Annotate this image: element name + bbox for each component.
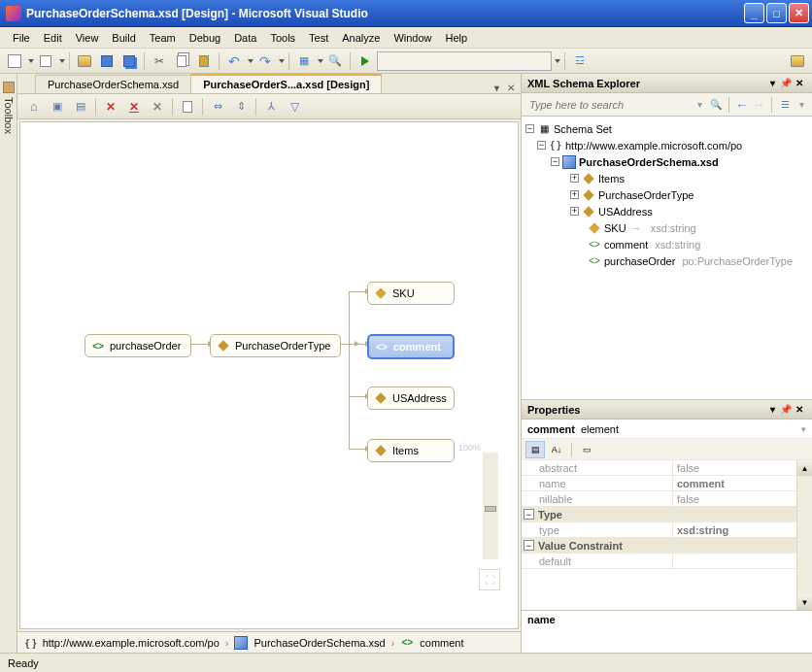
node-sku[interactable]: SKU bbox=[367, 282, 455, 305]
tree-row-usaddress[interactable]: + USAddress bbox=[524, 203, 810, 219]
menu-debug[interactable]: Debug bbox=[183, 30, 227, 46]
prop-row[interactable]: name comment bbox=[522, 476, 812, 491]
search-dropdown-icon[interactable]: ▾ bbox=[693, 98, 706, 112]
tree-row-file[interactable]: − PurchaseOrderSchema.xsd bbox=[524, 153, 810, 170]
close-button[interactable]: ✕ bbox=[789, 3, 809, 23]
breadcrumb-file[interactable]: PurchaseOrderSchema.xsd bbox=[254, 637, 385, 649]
menu-build[interactable]: Build bbox=[105, 30, 142, 46]
menu-edit[interactable]: Edit bbox=[37, 30, 69, 46]
breadcrumb-element[interactable]: comment bbox=[420, 637, 463, 649]
tab-xsd-source[interactable]: PurchaseOrderSchema.xsd bbox=[35, 75, 191, 93]
node-usaddress[interactable]: USAddress bbox=[367, 386, 455, 410]
copy-button[interactable] bbox=[171, 50, 192, 72]
redo-dropdown[interactable] bbox=[279, 59, 285, 63]
doc-button[interactable] bbox=[177, 96, 198, 118]
prop-row[interactable]: nillable false bbox=[522, 491, 812, 507]
remove-all-button[interactable]: ✕ bbox=[123, 96, 145, 118]
menu-data[interactable]: Data bbox=[227, 30, 263, 46]
prop-category-type[interactable]: −Type bbox=[522, 507, 812, 522]
menu-test[interactable]: Test bbox=[302, 30, 335, 46]
saveall-button[interactable] bbox=[118, 50, 140, 72]
prop-category-valueconstraint[interactable]: −Value Constraint bbox=[522, 538, 812, 554]
tree-row-root[interactable]: − ▦ Schema Set bbox=[524, 120, 810, 137]
pin-icon[interactable]: 📌 bbox=[779, 403, 793, 417]
zoom-slider[interactable] bbox=[483, 453, 498, 559]
expand-icon[interactable]: + bbox=[570, 207, 579, 216]
tree-row-items[interactable]: + Items bbox=[524, 170, 810, 186]
extra-button[interactable] bbox=[787, 50, 808, 72]
remove-button[interactable]: ✕ bbox=[100, 96, 121, 118]
pin-icon[interactable]: 📌 bbox=[779, 77, 793, 90]
solution-config-field[interactable] bbox=[377, 51, 552, 71]
tab-xsd-design[interactable]: PurchaseOrderS...a.xsd [Design] bbox=[190, 74, 382, 93]
start-button[interactable] bbox=[355, 50, 376, 72]
tab-close-icon[interactable]: ✕ bbox=[507, 83, 515, 93]
panel-close-icon[interactable]: ✕ bbox=[793, 77, 806, 90]
tree-row-namespace[interactable]: − { } http://www.example.microsoft.com/p… bbox=[524, 137, 810, 153]
panel-dropdown-icon[interactable]: ▾ bbox=[765, 77, 779, 90]
properties-selector[interactable]: comment element ▾ bbox=[522, 420, 812, 439]
panel-dropdown-icon[interactable]: ▾ bbox=[765, 403, 779, 417]
prop-pages-button[interactable]: ▭ bbox=[577, 441, 596, 458]
undo-button[interactable]: ↶ bbox=[223, 50, 245, 72]
schema-canvas[interactable]: <> purchaseOrder PurchaseOrderType SKU <… bbox=[19, 121, 519, 629]
node-purchaseorder[interactable]: <> purchaseOrder bbox=[85, 334, 191, 357]
new-project-dropdown[interactable] bbox=[28, 59, 34, 63]
redo-button[interactable]: ↷ bbox=[254, 50, 276, 72]
back-icon[interactable]: ← bbox=[735, 97, 749, 113]
alphabetical-button[interactable]: A↓ bbox=[547, 441, 566, 458]
menu-tools[interactable]: Tools bbox=[263, 30, 302, 46]
expand-icon[interactable]: + bbox=[570, 190, 579, 199]
menu-file[interactable]: File bbox=[6, 30, 37, 46]
layout-lr-button[interactable]: ⇔ bbox=[207, 96, 228, 118]
expand-icon[interactable]: + bbox=[570, 174, 579, 183]
undo-dropdown[interactable] bbox=[248, 59, 254, 63]
home-view-button[interactable]: ⌂ bbox=[23, 96, 45, 118]
menu-view[interactable]: View bbox=[69, 30, 106, 46]
collapse-icon[interactable]: − bbox=[524, 509, 534, 520]
schema-search-input[interactable] bbox=[525, 96, 690, 114]
tree-row-sku[interactable]: SKU → xsd:string bbox=[524, 219, 810, 236]
delete-button[interactable]: ✕ bbox=[147, 96, 168, 118]
node-purchaseordertype[interactable]: PurchaseOrderType bbox=[210, 334, 341, 357]
collapse-icon[interactable]: − bbox=[537, 141, 546, 150]
cut-button[interactable]: ✂ bbox=[149, 50, 170, 72]
find-button[interactable]: 🔍 bbox=[324, 50, 346, 72]
nav-dropdown[interactable] bbox=[318, 59, 323, 63]
tree-row-purchaseorder[interactable]: <> purchaseOrder po:PurchaseOrderType bbox=[524, 252, 810, 269]
new-website-button[interactable] bbox=[35, 50, 56, 72]
solution-config-dropdown[interactable] bbox=[555, 59, 560, 63]
filter-button[interactable]: ▽ bbox=[284, 96, 305, 118]
nav-button[interactable]: ▦ bbox=[293, 50, 315, 72]
node-items[interactable]: Items bbox=[367, 439, 455, 462]
new-project-button[interactable] bbox=[4, 50, 25, 72]
menu-help[interactable]: Help bbox=[439, 30, 475, 46]
tree-row-purchaseordertype[interactable]: + PurchaseOrderType bbox=[524, 186, 810, 203]
fit-to-window-button[interactable]: ⛶ bbox=[479, 569, 500, 590]
collapse-icon[interactable]: − bbox=[525, 124, 534, 133]
search-icon[interactable]: 🔍 bbox=[709, 98, 723, 112]
content-view-button[interactable]: ▣ bbox=[47, 96, 68, 118]
open-button[interactable] bbox=[74, 50, 95, 72]
node-comment[interactable]: <> comment bbox=[367, 334, 455, 359]
menu-team[interactable]: Team bbox=[143, 30, 183, 46]
selector-dropdown-icon[interactable]: ▾ bbox=[801, 424, 806, 434]
collapse-icon[interactable]: − bbox=[551, 157, 559, 166]
scroll-down-icon[interactable]: ▼ bbox=[797, 594, 812, 610]
maximize-button[interactable]: □ bbox=[766, 3, 787, 23]
panel-close-icon[interactable]: ✕ bbox=[793, 403, 806, 417]
menu-analyze[interactable]: Analyze bbox=[335, 30, 387, 46]
tab-overflow-dropdown-icon[interactable]: ▼ bbox=[492, 84, 501, 93]
new-website-dropdown[interactable] bbox=[59, 59, 65, 63]
layout-tb-button[interactable]: ⇕ bbox=[230, 96, 252, 118]
menu-window[interactable]: Window bbox=[387, 30, 438, 46]
collapse-icon[interactable]: − bbox=[524, 540, 534, 551]
prop-row[interactable]: default bbox=[522, 554, 812, 569]
categorized-button[interactable]: ▤ bbox=[525, 441, 545, 458]
save-button[interactable] bbox=[96, 50, 118, 72]
options-dropdown-icon[interactable]: ▾ bbox=[795, 98, 808, 112]
minimize-button[interactable]: _ bbox=[744, 3, 764, 23]
properties-scrollbar[interactable]: ▲ ▼ bbox=[796, 460, 812, 610]
paste-button[interactable] bbox=[193, 50, 215, 72]
toolbox-sidebar[interactable]: Toolbox bbox=[0, 74, 17, 653]
